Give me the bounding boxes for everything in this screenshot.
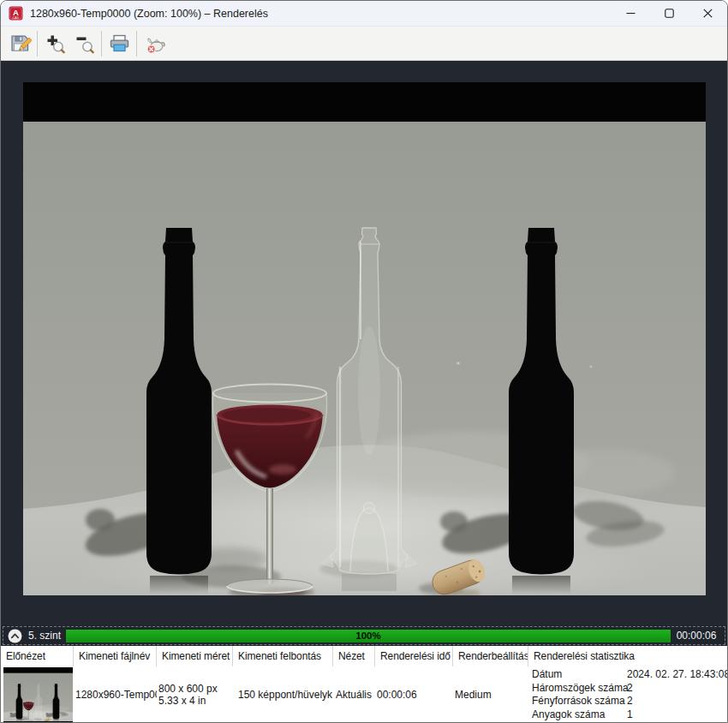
save-icon [9, 32, 32, 55]
print-icon [108, 32, 131, 55]
stat-triangles: Háromszögek száma 2 [530, 682, 727, 696]
render-thumbnail-image [3, 669, 73, 721]
titlebar: A CAD 1280x960-Temp0000 (Zoom: 100%) – R… [1, 1, 727, 27]
maximize-icon [665, 9, 674, 18]
table-row[interactable]: 1280x960-Temp0000 800 x 600 px 5.33 x 4 … [1, 666, 727, 722]
progress-percent: 100% [355, 630, 380, 641]
close-button[interactable] [689, 1, 727, 26]
render-canvas[interactable] [1, 61, 727, 625]
size-cell: 800 x 600 px 5.33 x 4 in [157, 666, 233, 722]
column-header-render-time[interactable]: Renderelési idő [375, 646, 453, 666]
stat-date: Dátum 2024. 02. 27. 18:43:08 [530, 668, 727, 682]
zoom-in-icon [44, 32, 67, 55]
filename-value: 1280x960-Temp0000 [75, 689, 157, 701]
progress-bar: 100% [66, 630, 671, 642]
render-image [23, 82, 706, 595]
autocad-logo-icon: A CAD [9, 6, 23, 21]
progress-strip: 5. szint 100% 00:00:06 [1, 625, 727, 646]
size-in-value: 5.33 x 4 in [158, 695, 233, 707]
toolbar-separator [101, 31, 102, 57]
zoom-out-button[interactable] [69, 29, 98, 58]
column-header-statistics[interactable]: Renderelési statisztika [528, 646, 727, 666]
zoom-in-button[interactable] [40, 29, 69, 58]
render-level-label: 5. szint [28, 630, 61, 642]
render-time-cell: 00:00:06 [375, 666, 453, 722]
statistics-cell: Dátum 2024. 02. 27. 18:43:08 Háromszögek… [528, 666, 727, 722]
resolution-cell: 150 képpont/hüvelyk [233, 666, 333, 722]
print-button[interactable] [104, 29, 134, 58]
preset-cell: Medium [453, 666, 528, 722]
minimize-icon [626, 9, 636, 18]
column-header-preset[interactable]: Renderbeállítás [453, 646, 528, 666]
render-time-value: 00:00:06 [377, 689, 453, 701]
column-header-view[interactable]: Nézet [333, 646, 375, 666]
render-thumbnail[interactable] [3, 667, 73, 722]
toolbar-separator [136, 31, 137, 57]
column-header-preview[interactable]: Előnézet [1, 646, 74, 666]
stat-lights: Fényforrások száma 2 [530, 695, 727, 708]
view-cell: Aktuális [333, 666, 375, 722]
resolution-value: 150 képpont/hüvelyk [238, 689, 333, 701]
toolbar-separator [37, 31, 38, 57]
preview-cell [1, 666, 74, 722]
column-header-size[interactable]: Kimeneti méret [157, 646, 233, 666]
zoom-out-icon [73, 32, 96, 55]
column-header-resolution[interactable]: Kimeneti felbontás [233, 646, 333, 666]
column-header-filename[interactable]: Kimeneti fájlnév [74, 646, 157, 666]
view-value: Aktuális [336, 689, 375, 701]
collapse-button[interactable] [8, 629, 22, 643]
close-icon [703, 9, 713, 18]
window-controls [612, 1, 727, 26]
preset-value: Medium [455, 689, 528, 701]
elapsed-time: 00:00:06 [671, 630, 722, 642]
cancel-render-button[interactable] [140, 29, 169, 58]
save-button[interactable] [5, 29, 34, 58]
stat-materials: Anyagok száma 1 [530, 708, 727, 722]
svg-text:CAD: CAD [12, 16, 19, 20]
window-title: 1280x960-Temp0000 (Zoom: 100%) – Rendere… [30, 8, 268, 20]
render-window: A CAD 1280x960-Temp0000 (Zoom: 100%) – R… [0, 0, 728, 723]
table-header: Előnézet Kimeneti fájlnév Kimeneti méret… [1, 646, 727, 666]
toolbar [1, 27, 727, 61]
minimize-button[interactable] [612, 1, 650, 26]
maximize-button[interactable] [650, 1, 689, 26]
filename-cell: 1280x960-Temp0000 [74, 666, 157, 722]
teapot-cancel-icon [142, 32, 167, 55]
size-px-value: 800 x 600 px [158, 683, 233, 695]
